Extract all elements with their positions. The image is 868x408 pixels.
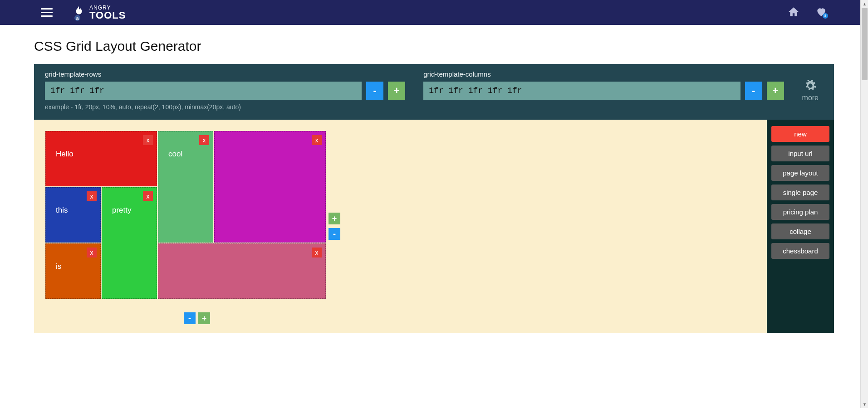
grid-cell[interactable]: x <box>158 243 326 299</box>
grid-cell-label: pretty <box>112 206 132 214</box>
preset-new-button[interactable]: new <box>771 126 829 142</box>
delete-cell-button[interactable]: x <box>143 191 153 201</box>
home-icon[interactable] <box>788 6 799 19</box>
cols-remove-button[interactable]: - <box>745 82 762 100</box>
scroll-thumb[interactable] <box>862 8 868 80</box>
delete-cell-button[interactable]: x <box>143 135 153 145</box>
grid-remove-col-button[interactable]: - <box>329 228 340 240</box>
preset-collage-button[interactable]: collage <box>771 223 829 239</box>
flame-icon <box>73 5 85 20</box>
delete-cell-button[interactable]: x <box>199 135 209 145</box>
delete-cell-button[interactable]: x <box>312 135 322 145</box>
more-label: more <box>802 94 819 102</box>
grid-cell-label: cool <box>168 150 182 158</box>
page-title: CSS Grid Layout Generator <box>34 39 834 54</box>
css-grid-preview: Helloxcoolxxthisxprettyxisxx <box>45 131 326 299</box>
cols-input[interactable] <box>423 82 740 100</box>
controls-panel: grid-template-rows - + example - 1fr, 20… <box>34 64 834 120</box>
preset-page-layout-button[interactable]: page layout <box>771 165 829 181</box>
grid-cell[interactable]: x <box>214 131 326 243</box>
grid-remove-row-button[interactable]: - <box>184 312 196 324</box>
preset-sidebar: newinput urlpage layoutsingle pagepricin… <box>767 120 834 333</box>
cols-add-button[interactable]: + <box>767 82 784 100</box>
gear-icon <box>804 79 817 92</box>
canvas-area[interactable]: Helloxcoolxxthisxprettyxisxx + - - + <box>34 120 767 333</box>
preset-input-url-button[interactable]: input url <box>771 146 829 161</box>
top-nav: ANGRY TOOLS $ <box>0 0 868 25</box>
grid-cell[interactable]: isx <box>45 243 101 299</box>
favorites-badge: $ <box>823 13 828 19</box>
menu-icon[interactable] <box>41 8 53 17</box>
cols-label: grid-template-columns <box>423 70 784 78</box>
grid-add-row-button[interactable]: + <box>198 312 210 324</box>
delete-cell-button[interactable]: x <box>87 191 97 201</box>
brand-logo[interactable]: ANGRY TOOLS <box>73 5 126 20</box>
delete-cell-button[interactable]: x <box>87 248 97 257</box>
grid-cell-label: Hello <box>56 150 74 158</box>
vertical-scrollbar[interactable] <box>860 0 868 333</box>
grid-cell-label: is <box>56 262 61 271</box>
delete-cell-button[interactable]: x <box>312 248 322 257</box>
preset-chessboard-button[interactable]: chessboard <box>771 243 829 259</box>
rows-add-button[interactable]: + <box>388 82 405 100</box>
grid-cell[interactable]: coolx <box>158 131 213 243</box>
grid-cell[interactable]: thisx <box>45 187 101 243</box>
grid-cell[interactable]: prettyx <box>102 187 157 299</box>
rows-label: grid-template-rows <box>45 70 405 78</box>
example-text: example - 1fr, 20px, 10%, auto, repeat(2… <box>45 103 405 111</box>
preset-single-page-button[interactable]: single page <box>771 185 829 200</box>
grid-cell[interactable]: Hellox <box>45 131 157 186</box>
grid-cell-label: this <box>56 206 68 214</box>
brand-bottom: TOOLS <box>89 10 126 20</box>
more-options[interactable]: more <box>802 70 823 102</box>
rows-remove-button[interactable]: - <box>366 82 383 100</box>
favorites-icon[interactable]: $ <box>815 6 827 19</box>
rows-input[interactable] <box>45 82 362 100</box>
grid-add-col-button[interactable]: + <box>329 213 340 224</box>
preset-pricing-plan-button[interactable]: pricing plan <box>771 204 829 220</box>
